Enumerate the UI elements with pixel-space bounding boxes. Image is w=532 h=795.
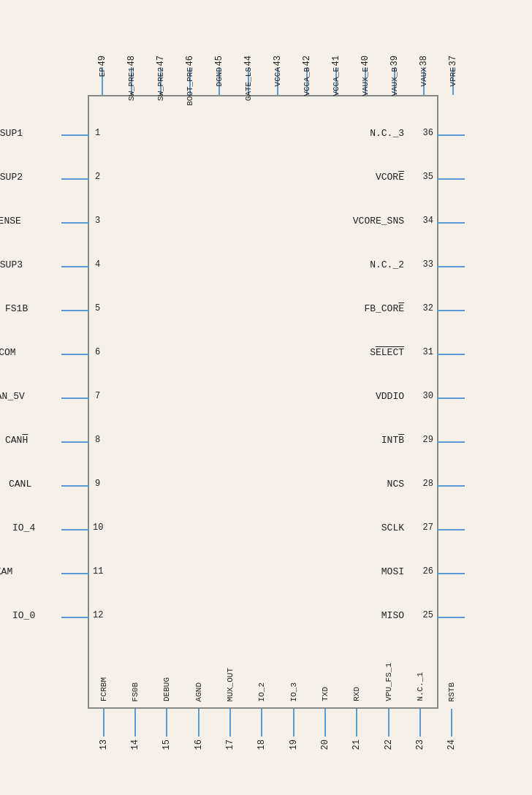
pin-label-top-46: BOOT_PRE	[186, 67, 194, 106]
pin-line-31	[437, 354, 465, 355]
top-label-col-48: SW_PRE1	[118, 64, 145, 101]
pin-num-bot-19: 19	[289, 739, 299, 750]
pin-num-bot-24: 24	[446, 739, 457, 750]
pin-line-12	[61, 617, 89, 618]
bottom-label-col-18: IO_2	[248, 682, 275, 701]
bottom-pin-16: 16	[186, 709, 212, 750]
pin-label-top-48: SW_PRE1	[127, 67, 136, 101]
pin-label-9: CANL	[9, 479, 31, 490]
pin-num-bot-14: 14	[130, 739, 140, 750]
pin-label-30: VDDIO	[376, 391, 404, 402]
bottom-pin-23: 23	[407, 709, 433, 750]
pin-label-6: GND_COM	[0, 347, 16, 358]
top-label-col-42: VCCA_B	[294, 64, 320, 96]
top-label-col-38: VAUX	[411, 64, 437, 86]
pin-num-bot-21: 21	[352, 739, 362, 750]
pin-num-8: 8	[95, 435, 100, 445]
top-label-col-43: VCCA	[265, 64, 291, 86]
bottom-label-col-19: IO_3	[281, 682, 307, 701]
pin-num-36: 36	[423, 128, 433, 138]
pin-label-top-44: GATE_LS	[244, 67, 253, 101]
pin-label-1: VSUP1	[0, 128, 23, 139]
pin-line-2	[61, 178, 89, 180]
pin-line-9	[61, 485, 89, 487]
pin-line-33	[437, 266, 465, 267]
pin-line-30	[437, 398, 465, 399]
pin-label-bot-23: N.C._1	[416, 672, 425, 701]
pin-line-29	[437, 441, 465, 443]
pin-num-bot-15: 15	[162, 739, 172, 750]
pin-label-5: FS1B	[5, 303, 28, 314]
pin-label-4: VSUP3	[0, 259, 23, 270]
top-label-col-37: VPRE	[440, 64, 466, 86]
bottom-label-col-15: DEBUG	[153, 677, 180, 701]
pin-label-bot-21: RXD	[352, 687, 361, 701]
pin-num-6: 6	[95, 347, 100, 357]
pin-line-5	[61, 310, 89, 311]
pin-label-34: VCORE_SNS	[353, 216, 404, 227]
pin-label-7: CAN_5V	[0, 391, 25, 402]
pin-label-top-42: VCCA_B	[303, 67, 311, 96]
pin-line-4	[61, 266, 89, 267]
pin-label-25: MISO	[381, 610, 404, 621]
pin-num-bot-22: 22	[384, 739, 394, 750]
pin-num-7: 7	[95, 391, 100, 401]
pin-label-27: SCLK	[381, 522, 404, 533]
bottom-label-col-13: FCRBM	[91, 677, 117, 701]
pin-label-top-47: SW_PRE2	[156, 67, 165, 101]
top-label-col-41: VCCA_E	[323, 64, 349, 96]
pin-line-11	[61, 573, 89, 574]
pin-num-32: 32	[423, 303, 433, 313]
bottom-label-col-23: N.C._1	[407, 672, 433, 701]
pin-num-34: 34	[423, 216, 433, 226]
top-label-col-40: VAUX_E	[352, 64, 379, 96]
pin-num-5: 5	[95, 303, 100, 313]
pin-label-36: N.C._3	[370, 128, 404, 139]
pin-label-8: CANH	[5, 435, 28, 446]
pin-num-bot-23: 23	[415, 739, 425, 750]
pin-label-top-37: VPRE	[449, 67, 457, 86]
pin-label-bot-16: AGND	[194, 682, 203, 701]
pin-num-33: 33	[423, 259, 433, 270]
top-labels-area: EP SW_PRE1 SW_PRE2 BOOT_PRE DGND GATE_LS…	[88, 64, 468, 101]
pin-line-35	[437, 178, 465, 180]
bottom-label-col-14: FS0B	[122, 682, 148, 701]
bottom-label-col-20: TXD	[312, 687, 338, 701]
top-label-col-47: SW_PRE2	[148, 64, 174, 101]
pin-num-2: 2	[95, 172, 100, 182]
pin-line-25	[437, 617, 465, 618]
bottom-label-col-21: RXD	[343, 687, 370, 701]
pin-num-12: 12	[93, 610, 103, 620]
bottom-pin-14: 14	[122, 709, 148, 750]
pin-num-bot-18: 18	[256, 739, 267, 750]
pin-line-34	[437, 222, 465, 224]
pin-line-10	[61, 529, 89, 530]
bottom-pin-24: 24	[438, 709, 465, 750]
bottom-label-col-17: MUX_OUT	[217, 668, 243, 701]
pin-num-29: 29	[423, 435, 433, 445]
pin-label-bot-13: FCRBM	[99, 677, 108, 701]
top-label-col-49: EP	[89, 64, 115, 77]
bottom-pin-22: 22	[376, 709, 402, 750]
pin-line-27	[437, 529, 465, 530]
pin-num-bot-20: 20	[320, 739, 330, 750]
pin-num-26: 26	[423, 566, 433, 577]
pin-num-bot-16: 16	[194, 739, 204, 750]
bottom-label-col-22: VPU_FS_1	[376, 663, 402, 701]
pin-num-9: 9	[95, 479, 100, 489]
pin-label-bot-22: VPU_FS_1	[384, 663, 393, 701]
pin-num-31: 31	[423, 347, 433, 357]
ic-diagram: VSUP1 1 VSUP2 2 VSENSE 3 VSUP3 4 FS1B 5 …	[58, 37, 468, 753]
top-label-col-45: DGND	[206, 64, 232, 86]
pin-num-4: 4	[95, 259, 100, 270]
pin-line-1	[61, 134, 89, 136]
bottom-label-col-16: AGND	[186, 682, 212, 701]
pin-label-bot-24: RSTB	[447, 682, 456, 701]
pin-num-1: 1	[95, 128, 100, 138]
pin-label-35: VCORE	[376, 172, 404, 183]
pin-label-bot-15: DEBUG	[162, 677, 171, 701]
pin-line-3	[61, 222, 89, 224]
pin-label-top-41: VCCA_E	[332, 67, 341, 96]
pin-label-3: VSENSE	[0, 216, 21, 227]
pin-label-top-45: DGND	[215, 67, 224, 86]
